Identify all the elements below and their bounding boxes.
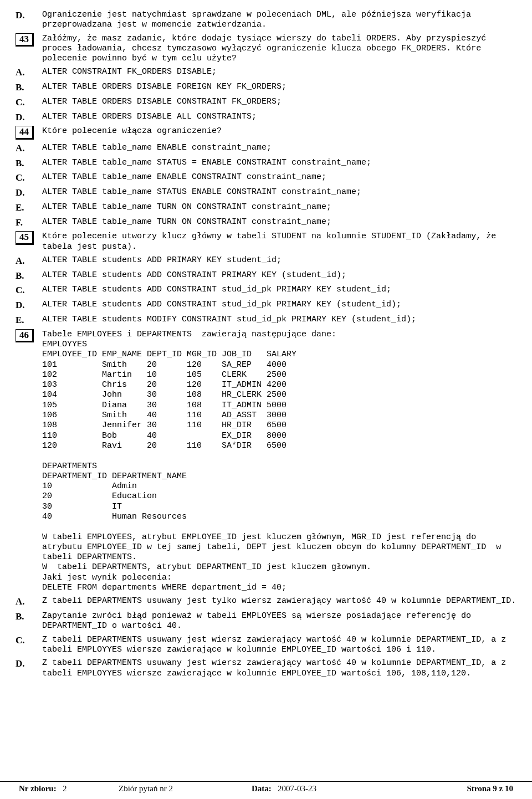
question-text: Które polecenie włącza ograniczenie? bbox=[42, 126, 516, 136]
answer-letter: B. bbox=[16, 270, 42, 282]
answer-letter: E. bbox=[16, 315, 42, 326]
answer-text: ALTER TABLE students ADD PRIMARY KEY stu… bbox=[42, 255, 516, 265]
page-footer: Nr zbioru: 2 Zbiór pytań nr 2 Data: 2007… bbox=[0, 781, 532, 793]
answer-row: C.Z tabeli DEPARTMENTS usuwany jest wier… bbox=[16, 635, 516, 655]
answer-text: Zapytanie zwróci błąd ponieważ w tabeli … bbox=[42, 611, 516, 632]
answer-letter: D. bbox=[16, 10, 42, 22]
answer-row: A.ALTER TABLE students ADD PRIMARY KEY s… bbox=[16, 255, 516, 267]
question-row: 46Tabele EMPLOYEES i DEPARTMENTS zawiera… bbox=[16, 330, 516, 593]
answer-text: ALTER CONSTRAINT FK_ORDERS DISABLE; bbox=[42, 67, 516, 77]
question-number: 44 bbox=[16, 126, 42, 140]
answer-letter: C. bbox=[16, 635, 42, 647]
answer-letter: B. bbox=[16, 158, 42, 170]
answer-text: Z tabeli DEPARTMENTS usuwany jest tylko … bbox=[42, 596, 516, 606]
footer-date: 2007-03-23 bbox=[278, 784, 316, 793]
answer-text: Ograniczenie jest natychmiast sprawdzane… bbox=[42, 10, 516, 30]
footer-page: Strona 9 z 10 bbox=[467, 784, 513, 793]
answer-letter: B. bbox=[16, 611, 42, 623]
answer-text: ALTER TABLE table_name STATUS ENABLE CON… bbox=[42, 187, 516, 197]
answer-row: D.Ograniczenie jest natychmiast sprawdza… bbox=[16, 10, 516, 30]
question-number: 46 bbox=[16, 330, 42, 343]
answer-letter: A. bbox=[16, 67, 42, 79]
answer-row: A.ALTER TABLE table_name ENABLE constrai… bbox=[16, 143, 516, 155]
answer-text: Z tabeli DEPARTMENTS usuwany jest wiersz… bbox=[42, 658, 516, 679]
answer-letter: A. bbox=[16, 143, 42, 155]
answer-row: C.ALTER TABLE table_name ENABLE CONSTRAI… bbox=[16, 172, 516, 184]
answer-letter: A. bbox=[16, 255, 42, 267]
answer-letter: D. bbox=[16, 300, 42, 311]
answer-row: C.ALTER TABLE students ADD CONSTRAINT st… bbox=[16, 285, 516, 296]
answer-text: ALTER TABLE students MODIFY CONSTRAINT s… bbox=[42, 315, 516, 325]
footer-collection: Zbiór pytań nr 2 bbox=[119, 783, 252, 793]
answer-text: ALTER TABLE ORDERS DISABLE CONSTRAINT FK… bbox=[42, 97, 516, 107]
answer-text: ALTER TABLE table_name ENABLE constraint… bbox=[42, 143, 516, 153]
question-number: 45 bbox=[16, 232, 42, 245]
answer-row: B.ALTER TABLE ORDERS DISABLE FOREIGN KEY… bbox=[16, 82, 516, 94]
footer-nr-label: Nr zbioru: bbox=[19, 784, 57, 793]
answer-row: F.ALTER TABLE table_name TURN ON CONSTRA… bbox=[16, 217, 516, 229]
answer-row: A.ALTER CONSTRAINT FK_ORDERS DISABLE; bbox=[16, 67, 516, 79]
question-text: Tabele EMPLOYEES i DEPARTMENTS zawierają… bbox=[42, 330, 516, 593]
question-row: 44Które polecenie włącza ograniczenie? bbox=[16, 126, 516, 140]
answer-letter: C. bbox=[16, 172, 42, 184]
answer-letter: B. bbox=[16, 82, 42, 94]
answer-letter: E. bbox=[16, 202, 42, 214]
answer-row: B.ALTER TABLE table_name STATUS = ENABLE… bbox=[16, 158, 516, 170]
question-text: Które polecenie utworzy klucz główny w t… bbox=[42, 232, 516, 252]
answer-letter: A. bbox=[16, 596, 42, 608]
answer-row: D.ALTER TABLE table_name STATUS ENABLE C… bbox=[16, 187, 516, 199]
question-row: 45Które polecenie utworzy klucz główny w… bbox=[16, 232, 516, 252]
answer-text: ALTER TABLE students ADD CONSTRAINT PRIM… bbox=[42, 270, 516, 280]
answer-row: D.ALTER TABLE ORDERS DISABLE ALL CONSTRA… bbox=[16, 112, 516, 124]
answer-letter: C. bbox=[16, 285, 42, 296]
question-text: Załóżmy, że masz zadanie, które dodaje t… bbox=[42, 34, 516, 64]
answer-letter: C. bbox=[16, 97, 42, 109]
answer-row: B.Zapytanie zwróci błąd ponieważ w tabel… bbox=[16, 611, 516, 632]
answer-text: ALTER TABLE table_name STATUS = ENABLE C… bbox=[42, 158, 516, 168]
answer-row: B.ALTER TABLE students ADD CONSTRAINT PR… bbox=[16, 270, 516, 282]
answer-text: ALTER TABLE table_name TURN ON CONSTRAIN… bbox=[42, 217, 516, 227]
footer-nr: 2 bbox=[63, 784, 67, 793]
answer-row: D.Z tabeli DEPARTMENTS usuwany jest wier… bbox=[16, 658, 516, 679]
answer-text: ALTER TABLE ORDERS DISABLE FOREIGN KEY F… bbox=[42, 82, 516, 92]
answer-text: ALTER TABLE table_name ENABLE CONSTRAINT… bbox=[42, 172, 516, 182]
answer-letter: D. bbox=[16, 112, 42, 124]
answer-row: E.ALTER TABLE students MODIFY CONSTRAINT… bbox=[16, 315, 516, 326]
answer-text: ALTER TABLE ORDERS DISABLE ALL CONSTRAIN… bbox=[42, 112, 516, 122]
answer-text: Z tabeli DEPARTMENTS usuwany jest wiersz… bbox=[42, 635, 516, 655]
footer-date-label: Data: bbox=[252, 784, 272, 793]
answer-row: E.ALTER TABLE table_name TURN ON CONSTRA… bbox=[16, 202, 516, 214]
answer-letter: F. bbox=[16, 217, 42, 229]
answer-text: ALTER TABLE students ADD CONSTRAINT stud… bbox=[42, 285, 516, 295]
question-row: 43Załóżmy, że masz zadanie, które dodaje… bbox=[16, 34, 516, 64]
answer-letter: D. bbox=[16, 187, 42, 199]
answer-text: ALTER TABLE students ADD CONSTRAINT stud… bbox=[42, 300, 516, 310]
question-number: 43 bbox=[16, 34, 42, 47]
answer-letter: D. bbox=[16, 658, 42, 670]
answer-row: A.Z tabeli DEPARTMENTS usuwany jest tylk… bbox=[16, 596, 516, 608]
answer-row: C.ALTER TABLE ORDERS DISABLE CONSTRAINT … bbox=[16, 97, 516, 109]
answer-row: D.ALTER TABLE students ADD CONSTRAINT st… bbox=[16, 300, 516, 311]
answer-text: ALTER TABLE table_name TURN ON CONSTRAIN… bbox=[42, 202, 516, 212]
